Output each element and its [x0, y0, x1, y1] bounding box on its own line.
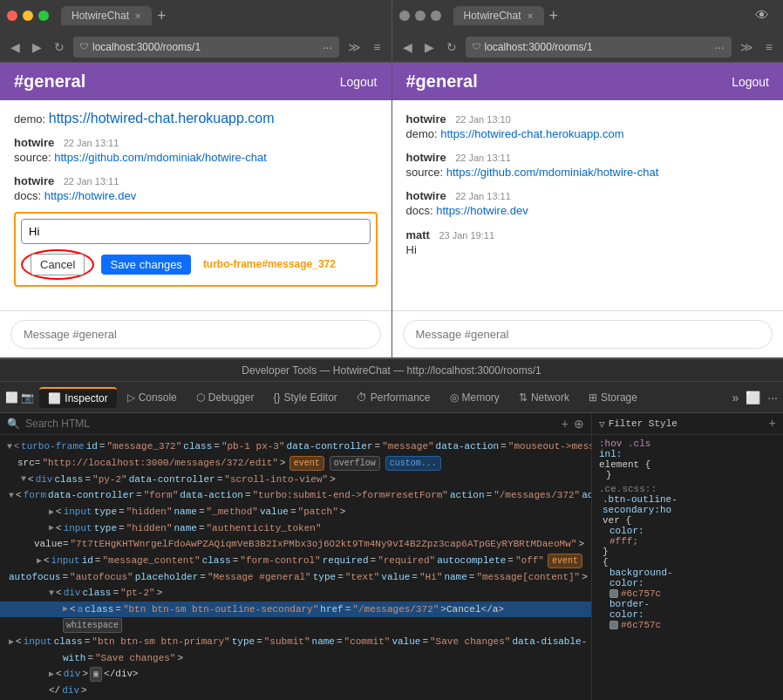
turbo-frame-label: turbo-frame#message_372 — [203, 258, 336, 270]
message-edit-input[interactable] — [21, 219, 371, 244]
new-tab-button-right[interactable]: + — [549, 8, 559, 24]
address-text-left: localhost:3000/rooms/1 — [92, 41, 319, 53]
close-button-left[interactable] — [7, 10, 17, 21]
address-bar-right[interactable]: 🛡 localhost:3000/rooms/1 ··· — [466, 37, 732, 58]
toolbar-right: ◀ ▶ ↻ 🛡 localhost:3000/rooms/1 ··· ≫ ≡ — [392, 31, 784, 63]
forward-button-left[interactable]: ▶ — [29, 38, 45, 56]
tab-close-left[interactable]: ✕ — [134, 11, 141, 21]
address-bar-left[interactable]: 🛡 localhost:3000/rooms/1 ··· — [73, 37, 339, 58]
add-style-button[interactable]: + — [769, 417, 776, 431]
style-line: border- — [599, 599, 776, 609]
html-line: ▶ <input type="hidden" name="authenticit… — [0, 520, 591, 537]
tab-debugger[interactable]: ⬡ Debugger — [187, 388, 263, 407]
tab-bar-right: HotwireChat ✕ + — [446, 2, 744, 30]
address-more-right[interactable]: ··· — [714, 40, 725, 54]
custom-badge: custom... — [385, 456, 441, 471]
cancel-highlight: Cancel — [21, 249, 94, 280]
maximize-button-right[interactable] — [431, 10, 441, 21]
forward-button-right[interactable]: ▶ — [421, 38, 438, 56]
style-line: secondary:ho — [599, 505, 776, 515]
menu-right[interactable]: ≡ — [762, 38, 776, 56]
tab-console[interactable]: ▷ Console — [119, 388, 186, 407]
html-line: ▶ <input class="btn btn-sm btn-primary" … — [0, 634, 591, 650]
address-more-left[interactable]: ··· — [323, 40, 333, 54]
style-line: ver { — [599, 515, 776, 526]
devtools-more-tabs[interactable]: » ⬜ ··· — [732, 391, 778, 404]
styles-panel: ▽ Filter Style + :hov .cls inl: element … — [591, 413, 783, 700]
cancel-button[interactable]: Cancel — [31, 254, 85, 275]
html-line: whitespace — [0, 617, 591, 634]
docs-link-right[interactable]: https://hotwire.dev — [436, 204, 528, 217]
list-item: matt 23 Jan 19:11 Hi — [406, 227, 770, 258]
edit-buttons: Cancel Save changes turbo-frame#message_… — [21, 249, 371, 280]
style-line: element { — [599, 459, 776, 470]
more-tabs-icon: » — [732, 391, 739, 404]
tab-memory[interactable]: ◎ Memory — [441, 388, 508, 407]
html-content: ▼ <turbo-frame id="message_372" class="p… — [0, 435, 591, 700]
style-line: .btn-outline- — [599, 494, 776, 505]
html-line: ▼ <turbo-frame id="message_372" class="p… — [0, 438, 591, 455]
style-line: color: — [599, 526, 776, 536]
filter-styles-label: Filter Style — [609, 418, 677, 429]
logout-button-left[interactable]: Logout — [340, 75, 378, 89]
add-node-button[interactable]: + — [562, 417, 569, 431]
logout-button-right[interactable]: Logout — [732, 75, 769, 89]
devtools-menu-icon: ··· — [767, 391, 778, 404]
style-line: #6c757c — [599, 588, 776, 599]
extensions-right[interactable]: ≫ — [737, 38, 757, 56]
chat-content-left: demo: https://hotwired-chat.herokuapp.co… — [0, 100, 392, 310]
html-line: ▶ <input type="hidden" name="_method" va… — [0, 504, 591, 520]
demo-link-right[interactable]: https://hotwired-chat.herokuapp.com — [440, 127, 623, 140]
menu-left[interactable]: ≡ — [370, 38, 384, 56]
traffic-lights-left — [7, 10, 49, 21]
chat-content-right: hotwire 22 Jan 13:10 demo: https://hotwi… — [392, 100, 784, 310]
overflow-badge: overflow — [330, 456, 380, 471]
tab-network[interactable]: ⇅ Network — [510, 388, 578, 407]
devtools-panel: Developer Tools — HotwireChat — http://l… — [0, 357, 783, 700]
maximize-button-left[interactable] — [38, 10, 49, 21]
reload-button-right[interactable]: ↻ — [443, 38, 460, 56]
close-button-right[interactable] — [399, 10, 410, 21]
color-swatch — [609, 589, 618, 598]
tab-title-right: HotwireChat — [464, 10, 521, 22]
demo-link-left[interactable]: https://hotwired-chat.herokuapp.com — [49, 111, 275, 126]
message-input-right[interactable] — [403, 320, 773, 349]
minimize-button-right[interactable] — [415, 10, 426, 21]
back-button-left[interactable]: ◀ — [7, 38, 24, 56]
html-line: ▶ <div> ▣ </div> — [0, 666, 591, 683]
message-input-left[interactable] — [10, 320, 381, 349]
list-item: hotwire 22 Jan 13:10 demo: https://hotwi… — [406, 111, 770, 142]
list-item: hotwire 22 Jan 13:11 source: https://git… — [406, 149, 770, 180]
style-editor-icon: {} — [273, 391, 280, 404]
style-line: inl: — [599, 449, 776, 459]
html-line: src="http://localhost:3000/messages/372/… — [0, 455, 591, 472]
html-line: autofocus="autofocus" placeholder="Messa… — [0, 569, 591, 586]
docs-link-left[interactable]: https://hotwire.dev — [44, 189, 137, 202]
tab-inspector[interactable]: ⬜ Inspector — [39, 387, 116, 408]
tab-storage[interactable]: ⊞ Storage — [580, 388, 646, 407]
tab-performance[interactable]: ⏱ Performance — [348, 388, 439, 407]
tab-style-editor[interactable]: {} Style Editor — [264, 388, 345, 407]
style-line: .ce.scss:: — [599, 484, 776, 494]
search-icon: 🔍 — [7, 418, 20, 430]
back-button-right[interactable]: ◀ — [399, 38, 416, 56]
html-search-input[interactable] — [25, 418, 556, 430]
save-changes-button[interactable]: Save changes — [101, 255, 190, 275]
browser-tab-right[interactable]: HotwireChat ✕ — [453, 6, 544, 25]
styles-content: :hov .cls inl: element { } .ce.scss:: .b… — [592, 435, 783, 634]
reload-button-left[interactable]: ↻ — [51, 38, 68, 56]
html-panel-container: 🔍 + ⊕ ▼ <turbo-frame id="message_372" cl… — [0, 413, 591, 700]
tab-close-right[interactable]: ✕ — [527, 11, 534, 21]
titlebar-right: HotwireChat ✕ + 👁 — [392, 0, 784, 31]
source-link-right[interactable]: https://github.com/mdominiak/hotwire-cha… — [446, 166, 659, 179]
html-line: ▼ <form data-controller="form" data-acti… — [0, 487, 591, 504]
extensions-left[interactable]: ≫ — [344, 38, 364, 56]
pick-element-button[interactable]: ⊕ — [574, 417, 584, 431]
browser-tab-left[interactable]: HotwireChat ✕ — [61, 6, 152, 25]
html-line: ▶ <input id="message_content" class="for… — [0, 553, 591, 569]
minimize-button-left[interactable] — [23, 10, 33, 21]
new-tab-button-left[interactable]: + — [157, 8, 167, 24]
devtools-icons: ⬜ 📷 — [5, 391, 34, 404]
source-link-left[interactable]: https://github.com/mdominiak/hotwire-cha… — [54, 151, 267, 164]
address-text-right: localhost:3000/rooms/1 — [485, 41, 712, 53]
